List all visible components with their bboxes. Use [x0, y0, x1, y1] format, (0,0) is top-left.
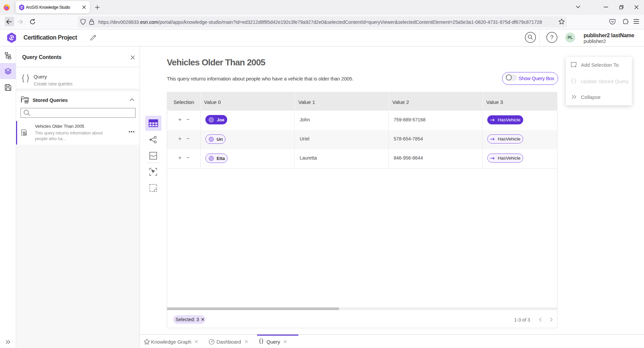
svg-text:?: ?: [550, 34, 553, 41]
